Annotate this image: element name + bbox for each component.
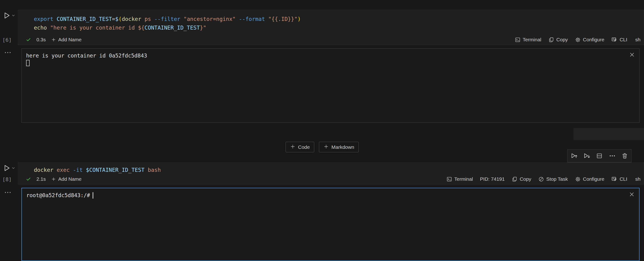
plus-icon (51, 37, 56, 42)
terminal-output-1[interactable]: here is your container id 0a52fdc5d843 (22, 48, 640, 123)
execution-count: [6] (2, 37, 12, 43)
cell-status-bar: 2.1s Add Name Terminal PID: 74191 (18, 174, 644, 184)
split-cell-button[interactable] (596, 152, 603, 159)
execute-below-button[interactable] (583, 152, 590, 159)
chevron-down-icon[interactable] (11, 166, 16, 171)
code-cell-2: docker exec -it $CONTAINER_ID_TEST bash … (18, 162, 644, 185)
run-cell-button[interactable] (3, 164, 11, 172)
hover-highlight (574, 128, 644, 140)
play-icon (3, 16, 10, 20)
add-name-button[interactable]: Add Name (51, 37, 82, 42)
execution-count: [8] (2, 177, 12, 182)
plus-icon (290, 144, 296, 150)
terminal-output-2[interactable]: root@0a52fdc5d843:/# (22, 188, 640, 261)
code-line: echo "here is your container id ${CONTAI… (34, 23, 639, 32)
terminal-output-text: here is your container id 0a52fdc5d843 (26, 52, 147, 59)
copy-button[interactable]: Copy (512, 176, 531, 182)
gear-icon (575, 176, 581, 182)
trash-icon (622, 153, 628, 159)
copy-icon (512, 176, 518, 182)
terminal-cursor-unfocused (26, 60, 30, 66)
circle-slash-icon (538, 176, 544, 182)
success-check-icon (26, 176, 31, 182)
language-picker[interactable]: sh (635, 176, 640, 182)
cli-button[interactable]: CLI (611, 176, 627, 182)
add-name-button[interactable]: Add Name (51, 176, 82, 182)
code-line: export CONTAINER_ID_TEST=$(docker ps --f… (34, 15, 639, 23)
play-down-icon (583, 152, 590, 159)
copy-icon (548, 37, 554, 43)
code-editor[interactable]: export CONTAINER_ID_TEST=$(docker ps --f… (18, 10, 644, 32)
plus-icon (324, 144, 329, 150)
split-cell-icon (596, 153, 603, 159)
play-up-icon (571, 152, 578, 159)
more-actions-button[interactable] (609, 152, 616, 159)
configure-button[interactable]: Configure (575, 176, 604, 182)
stop-task-button[interactable]: Stop Task (538, 176, 568, 182)
output-menu-button[interactable] (4, 191, 11, 195)
notebook-editor: [6] export CONTAINER_ID_TEST=$(docker ps… (0, 0, 644, 261)
cli-icon (611, 37, 618, 43)
delete-cell-button[interactable] (622, 152, 628, 159)
add-code-cell-button[interactable]: Code (286, 142, 314, 152)
terminal-button[interactable]: Terminal (515, 37, 541, 43)
success-check-icon (26, 37, 31, 42)
output-menu-button[interactable] (4, 51, 11, 55)
code-editor[interactable]: docker exec -it $CONTAINER_ID_TEST bash (18, 163, 644, 174)
chevron-down-icon[interactable] (11, 13, 16, 18)
close-output-button[interactable] (628, 191, 636, 199)
terminal-prompt: root@0a52fdc5d843:/# (26, 192, 90, 199)
terminal-icon (515, 37, 520, 43)
close-icon (628, 55, 636, 59)
configure-button[interactable]: Configure (575, 37, 604, 43)
language-picker[interactable]: sh (635, 37, 640, 42)
run-cell-button[interactable] (3, 12, 11, 20)
code-line: docker exec -it $CONTAINER_ID_TEST bash (34, 166, 639, 174)
gear-icon (575, 37, 581, 43)
play-icon (3, 169, 10, 173)
cell-toolbar (568, 149, 632, 162)
close-output-button[interactable] (628, 51, 636, 59)
terminal-button[interactable]: Terminal (446, 176, 473, 182)
cli-button[interactable]: CLI (611, 37, 627, 43)
cell-duration: 0.3s (36, 37, 46, 42)
ellipsis-icon (609, 152, 616, 159)
plus-icon (51, 177, 56, 182)
pid-label: PID: 74191 (480, 176, 504, 182)
cell-status-bar: 0.3s Add Name Terminal (18, 34, 644, 45)
cell-duration: 2.1s (36, 176, 46, 182)
add-markdown-cell-button[interactable]: Markdown (319, 142, 359, 152)
terminal-cursor (92, 192, 93, 199)
terminal-icon (446, 176, 452, 182)
cli-icon (611, 176, 618, 182)
close-icon (628, 195, 635, 199)
execute-above-button[interactable] (571, 152, 578, 159)
code-cell-1: export CONTAINER_ID_TEST=$(docker ps --f… (18, 10, 644, 45)
copy-button[interactable]: Copy (548, 37, 568, 43)
